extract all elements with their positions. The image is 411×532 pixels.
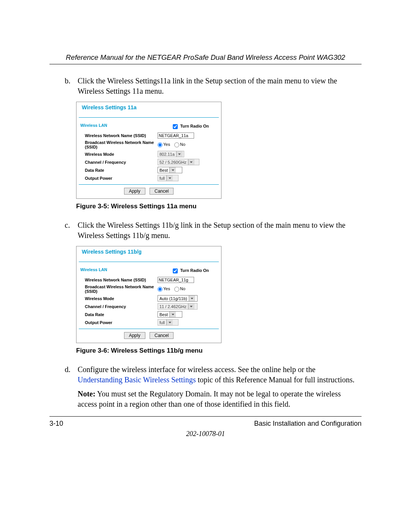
cancel-button-11bg[interactable]: Cancel	[150, 332, 174, 339]
rate-select-11bg[interactable]: Best	[158, 311, 182, 318]
mode-select-11bg[interactable]: Auto (11g/11b)	[158, 295, 198, 302]
panel-11bg: Wireless Settings 11b/g Wireless LAN Tur…	[76, 246, 221, 343]
svg-marker-2	[172, 169, 174, 171]
apply-button-11bg[interactable]: Apply	[124, 332, 145, 339]
note-label: Note:	[78, 390, 96, 398]
channel-select-11a[interactable]: 52 / 5.260GHz	[158, 159, 199, 165]
step-d-body: Configure the wireless interface for wir…	[78, 364, 358, 409]
svg-marker-6	[172, 314, 174, 315]
fields-11bg: Wireless Network Name (SSID) Broadcast W…	[76, 276, 221, 326]
svg-marker-0	[178, 153, 181, 155]
svg-marker-7	[169, 322, 171, 323]
figure-36-caption: Figure 3-6: Wireless Settings 11b/g menu	[76, 347, 362, 355]
broadcast-yes-label-11bg: Yes	[163, 286, 170, 291]
power-select-11a[interactable]: full	[158, 175, 178, 181]
broadcast-no-label-11a: No	[180, 142, 185, 147]
channel-value-11a: 52 / 5.260GHz	[158, 160, 188, 165]
chapter-name: Basic Installation and Configuration	[254, 420, 362, 428]
turn-radio-checkbox-11a[interactable]	[173, 124, 178, 129]
step-d-text-before: Configure the wireless interface for wir…	[78, 365, 315, 374]
broadcast-no-label-11bg: No	[180, 286, 185, 291]
ssid-label-11bg: Wireless Network Name (SSID)	[76, 276, 156, 284]
power-select-11bg[interactable]: full	[158, 319, 178, 326]
manual-page: Reference Manual for the NETGEAR ProSafe…	[0, 0, 411, 532]
rate-label-11a: Data Rate	[76, 166, 156, 174]
channel-label-11bg: Channel / Frequency	[76, 302, 156, 310]
chevron-down-icon	[169, 167, 176, 173]
ssid-label-11a: Wireless Network Name (SSID)	[76, 132, 156, 139]
broadcast-yes-11a[interactable]	[158, 142, 162, 147]
svg-marker-4	[191, 298, 193, 299]
broadcast-label-11bg: Broadcast Wireless Network Name (SSID)	[76, 284, 156, 294]
turn-radio-on-11bg: Turn Radio On	[171, 262, 221, 275]
panel-11a: Wireless Settings 11a Wireless LAN Turn …	[76, 102, 221, 199]
step-b: b. Click the Wireless Settings11a link i…	[65, 76, 358, 96]
power-label-11bg: Output Power	[76, 318, 156, 326]
chevron-down-icon	[166, 320, 173, 325]
step-d: d. Configure the wireless interface for …	[65, 364, 358, 409]
svg-marker-5	[190, 306, 193, 307]
svg-marker-1	[190, 161, 193, 163]
step-c-marker: c.	[65, 220, 78, 241]
figure-35: Wireless Settings 11a Wireless LAN Turn …	[76, 102, 362, 199]
doc-number: 202-10078-01	[49, 430, 362, 438]
svg-marker-3	[169, 177, 171, 179]
mode-label-11bg: Wireless Mode	[76, 294, 156, 302]
power-value-11a: full	[158, 176, 166, 181]
rate-value-11bg: Best	[158, 312, 169, 317]
panel-11a-title: Wireless Settings 11a	[79, 102, 219, 118]
running-header: Reference Manual for the NETGEAR ProSafe…	[49, 53, 362, 62]
ssid-input-11a[interactable]	[158, 133, 194, 139]
chevron-down-icon	[188, 304, 194, 309]
power-label-11a: Output Power	[76, 174, 156, 182]
chevron-down-icon	[189, 296, 195, 301]
step-d-text-after: topic of this Reference Manual for full …	[196, 375, 354, 384]
button-row-11bg: Apply Cancel	[76, 329, 221, 343]
turn-radio-checkbox-11bg[interactable]	[173, 268, 178, 273]
cancel-button-11a[interactable]: Cancel	[150, 188, 174, 195]
rate-select-11a[interactable]: Best	[158, 167, 182, 173]
turn-radio-label-11a: Turn Radio On	[180, 124, 209, 128]
chevron-down-icon	[169, 312, 176, 317]
apply-button-11a[interactable]: Apply	[124, 188, 145, 195]
rate-label-11bg: Data Rate	[76, 310, 156, 318]
step-b-text: Click the Wireless Settings11a link in t…	[78, 76, 358, 96]
broadcast-label-11a: Broadcast Wireless Network Name (SSID)	[76, 139, 156, 150]
step-b-marker: b.	[65, 76, 78, 96]
channel-value-11bg: 11 / 2.462GHz	[158, 304, 188, 309]
channel-select-11bg[interactable]: 11 / 2.462GHz	[158, 303, 198, 310]
page-number: 3-10	[49, 420, 63, 428]
chevron-down-icon	[176, 151, 183, 157]
footer-rule	[49, 416, 362, 417]
ssid-input-11bg[interactable]	[158, 277, 194, 283]
broadcast-no-11bg[interactable]	[174, 287, 179, 292]
figure-35-caption: Figure 3-5: Wireless Settings 11a menu	[76, 203, 362, 210]
fields-11a: Wireless Network Name (SSID) Broadcast W…	[76, 132, 221, 182]
turn-radio-label-11bg: Turn Radio On	[180, 268, 209, 273]
button-row-11a: Apply Cancel	[76, 185, 221, 198]
rate-value-11a: Best	[158, 168, 169, 173]
panel-11bg-section: Wireless LAN	[76, 262, 107, 272]
chevron-down-icon	[188, 159, 194, 165]
panel-11a-section: Wireless LAN	[76, 118, 107, 128]
panel-11bg-title: Wireless Settings 11b/g	[79, 246, 219, 262]
broadcast-no-11a[interactable]	[174, 142, 179, 147]
mode-select-11a[interactable]: 802.11a	[158, 151, 184, 157]
understanding-basic-link[interactable]: Understanding Basic Wireless Settings	[78, 375, 196, 384]
step-d-marker: d.	[65, 364, 78, 409]
note-text: You must set the Regulatory Domain. It m…	[78, 390, 341, 408]
broadcast-yes-11bg[interactable]	[158, 287, 162, 292]
mode-label-11a: Wireless Mode	[76, 150, 156, 158]
chevron-down-icon	[166, 175, 173, 181]
broadcast-yes-label-11a: Yes	[163, 142, 170, 147]
turn-radio-on-11a: Turn Radio On	[171, 118, 221, 130]
figure-36: Wireless Settings 11b/g Wireless LAN Tur…	[76, 246, 362, 343]
footer: 3-10 Basic Installation and Configuratio…	[49, 420, 362, 428]
mode-value-11a: 802.11a	[158, 152, 176, 157]
mode-value-11bg: Auto (11g/11b)	[158, 296, 189, 301]
header-rule	[49, 64, 362, 64]
channel-label-11a: Channel / Frequency	[76, 158, 156, 166]
power-value-11bg: full	[158, 320, 166, 325]
step-c: c. Click the Wireless Settings 11b/g lin…	[65, 220, 358, 241]
step-c-text: Click the Wireless Settings 11b/g link i…	[78, 220, 358, 241]
